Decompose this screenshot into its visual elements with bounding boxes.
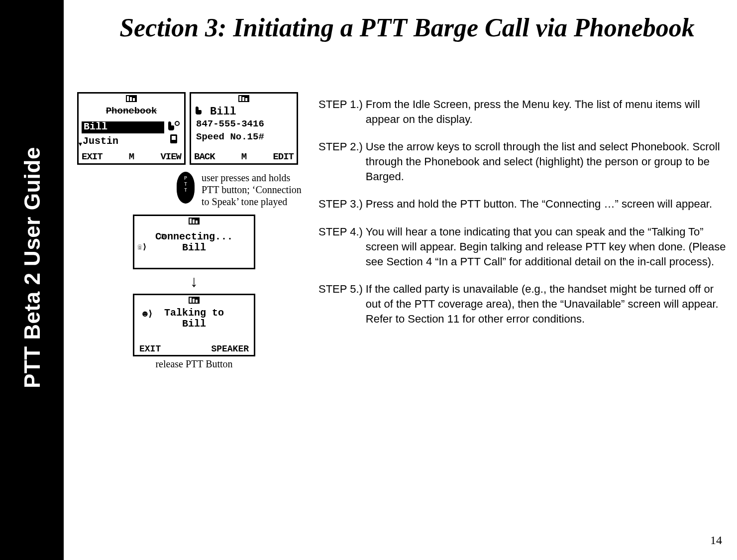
signal-icon xyxy=(126,95,137,102)
signal-icon xyxy=(238,95,249,102)
connecting-label: Connecting... xyxy=(134,231,254,242)
ptt-button-icon: PTT xyxy=(177,172,195,204)
contact-name: Bill xyxy=(210,106,236,118)
step-label: STEP 5.) xyxy=(318,282,366,297)
illustration-column: Phonebook Bill Justin ▾ EXIT M VIEW xyxy=(77,92,311,370)
step-body: From the Idle Screen, press the Menu key… xyxy=(366,97,732,126)
contact-number: 847-555-3416 xyxy=(196,118,264,129)
mobile-icon xyxy=(167,133,180,144)
flow-arrow-icon: ↓ xyxy=(77,272,311,291)
step-label: STEP 4.) xyxy=(318,224,366,239)
softkey-edit: EDIT xyxy=(273,151,294,162)
contact-speed-dial: Speed No.15# xyxy=(196,131,264,142)
talking-name: Bill xyxy=(134,318,254,330)
svg-rect-17 xyxy=(193,299,195,303)
softkey-back: BACK xyxy=(194,151,215,162)
signal-icon xyxy=(189,297,200,304)
phonebook-item: Justin xyxy=(83,135,118,147)
svg-rect-1 xyxy=(127,96,129,101)
step-body: If the called party is unavailable (e.g.… xyxy=(366,282,732,326)
phone-screen-contact-detail: Bill 847-555-3416 Speed No.15# BACK M ED… xyxy=(190,92,298,165)
phonebook-selected-item: Bill xyxy=(82,121,164,133)
softkey-menu: M xyxy=(129,151,134,162)
svg-rect-12 xyxy=(190,219,192,224)
svg-rect-10 xyxy=(245,98,247,101)
svg-rect-18 xyxy=(196,300,198,303)
step-label: STEP 3.) xyxy=(318,197,366,212)
softkey-exit: EXIT xyxy=(82,151,103,162)
softkey-view: VIEW xyxy=(160,151,181,162)
phone-screen-talking: ☻⟩ Talking to Bill EXIT SPEAKER xyxy=(133,294,255,356)
step-body: Use the arrow keys to scroll through the… xyxy=(366,139,732,184)
svg-rect-9 xyxy=(242,97,244,101)
phone-screen-phonebook: Phonebook Bill Justin ▾ EXIT M VIEW xyxy=(77,92,186,165)
step-body: Press and hold the PTT button. The “Conn… xyxy=(366,197,732,212)
phone-icon xyxy=(167,120,180,131)
ptt-instruction-note: user presses and holds PTT button; ‘Conn… xyxy=(202,172,306,208)
svg-rect-2 xyxy=(130,97,132,101)
signal-icon xyxy=(189,218,200,224)
guide-title: PTT Beta 2 User Guide xyxy=(20,147,45,388)
step-4: STEP 4.) You will hear a tone indicating… xyxy=(318,224,732,269)
softkey-speaker: SPEAKER xyxy=(211,344,249,354)
svg-rect-13 xyxy=(193,220,195,224)
phone-icon xyxy=(195,106,207,115)
svg-point-4 xyxy=(175,121,179,125)
softkey-menu: M xyxy=(241,151,246,162)
page-title: Section 3: Initiating a PTT Barge Call v… xyxy=(87,13,727,43)
step-label: STEP 1.) xyxy=(318,97,366,112)
svg-rect-14 xyxy=(196,221,198,224)
scroll-arrow-icon: ▾ xyxy=(78,138,83,149)
step-2: STEP 2.) Use the arrow keys to scroll th… xyxy=(318,139,732,184)
svg-rect-3 xyxy=(133,98,135,101)
softkey-exit: EXIT xyxy=(139,344,161,354)
step-5: STEP 5.) If the called party is unavaila… xyxy=(318,282,732,326)
steps-list: STEP 1.) From the Idle Screen, press the… xyxy=(318,97,732,339)
svg-rect-16 xyxy=(190,298,192,303)
step-1: STEP 1.) From the Idle Screen, press the… xyxy=(318,97,732,126)
step-body: You will hear a tone indicating that you… xyxy=(366,224,732,269)
step-label: STEP 2.) xyxy=(318,139,366,154)
svg-rect-6 xyxy=(172,136,176,140)
release-ptt-note: release PTT Button xyxy=(77,358,311,370)
phone-screen-connecting: ◷ Connecting... ☏⟩ Bill xyxy=(133,215,255,269)
connecting-name: Bill xyxy=(134,242,254,253)
step-3: STEP 3.) Press and hold the PTT button. … xyxy=(318,197,732,212)
page-number: 14 xyxy=(710,534,722,547)
talking-label: Talking to xyxy=(134,307,254,319)
svg-rect-8 xyxy=(239,96,241,101)
phonebook-title: Phonebook xyxy=(83,106,180,116)
sidebar: PTT Beta 2 User Guide xyxy=(0,0,64,560)
